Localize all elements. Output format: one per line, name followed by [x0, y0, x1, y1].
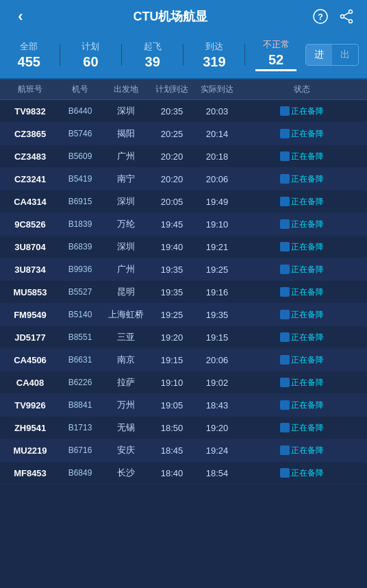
table-row[interactable]: CZ3865 B5746 揭阳 20:25 20:14 正在备降: [0, 123, 367, 145]
stat-plan[interactable]: 计划 60: [70, 40, 111, 70]
flight-number: MU2219: [3, 445, 58, 456]
flight-number: CA4506: [3, 355, 58, 365]
flight-number: TV9926: [3, 400, 58, 411]
table-row[interactable]: CA408 B6226 拉萨 19:10 19:02 正在备降: [0, 371, 367, 394]
toggle-in[interactable]: 进: [306, 45, 332, 65]
status-text: 正在备降: [291, 377, 324, 389]
scheduled-time: 19:10: [149, 378, 194, 388]
plane-number: B5419: [58, 174, 103, 184]
table-row[interactable]: JD5177 B8551 三亚 19:20 19:15 正在备降: [0, 326, 367, 349]
actual-time: 20:03: [194, 106, 240, 117]
origin-city: 无锡: [103, 421, 149, 434]
status-icon: [280, 265, 290, 274]
svg-line-5: [344, 12, 349, 15]
share-button[interactable]: [337, 7, 356, 26]
toggle-out[interactable]: 出: [332, 45, 358, 65]
status-cell: 正在备降: [240, 241, 364, 253]
flight-number: JD5177: [3, 332, 58, 343]
actual-time: 19:02: [194, 378, 240, 388]
status-text: 正在备降: [291, 422, 324, 434]
status-text: 正在备降: [291, 241, 324, 253]
table-row[interactable]: MU5853 B5527 昆明 19:35 19:16 正在备降: [0, 281, 367, 304]
plane-number: B6716: [58, 445, 103, 455]
flight-number: MU5853: [3, 287, 58, 297]
table-row[interactable]: 3U8734 B9936 广州 19:35 19:25 正在备降: [0, 258, 367, 281]
header: ‹ CTU机场航显 ?: [0, 0, 367, 33]
scheduled-time: 19:15: [149, 355, 194, 365]
status-text: 正在备降: [291, 128, 324, 140]
status-cell: 正在备降: [240, 354, 364, 366]
status-text: 正在备降: [291, 445, 324, 456]
status-icon: [280, 445, 290, 455]
actual-time: 19:20: [194, 423, 240, 433]
stat-all[interactable]: 全部 455: [8, 40, 49, 70]
plane-number: B1713: [58, 423, 103, 432]
stat-all-label: 全部: [20, 40, 38, 53]
stat-arrive-label: 到达: [205, 40, 223, 53]
flight-number: CZ3241: [3, 174, 58, 184]
status-cell: 正在备降: [240, 400, 364, 411]
table-row[interactable]: CZ3483 B5609 广州 20:20 20:18 正在备降: [0, 145, 367, 168]
table-row[interactable]: 9C8526 B1839 万纶 19:45 19:10 正在备降: [0, 213, 367, 236]
scheduled-time: 20:20: [149, 151, 194, 162]
table-row[interactable]: FM9549 B5140 上海虹桥 19:25 19:35 正在备降: [0, 304, 367, 326]
status-text: 正在备降: [291, 467, 324, 479]
table-row[interactable]: ZH9541 B1713 无锡 18:50 19:20 正在备降: [0, 417, 367, 439]
table-row[interactable]: 3U8704 B6839 深圳 19:40 19:21 正在备降: [0, 236, 367, 258]
scheduled-time: 19:25: [149, 310, 194, 320]
scheduled-time: 19:45: [149, 219, 194, 230]
stat-depart-label: 起飞: [144, 40, 162, 53]
status-cell: 正在备降: [240, 445, 364, 456]
status-cell: 正在备降: [240, 422, 364, 434]
back-button[interactable]: ‹: [11, 7, 30, 26]
scheduled-time: 19:05: [149, 400, 194, 411]
status-text: 正在备降: [291, 173, 324, 185]
origin-city: 南京: [103, 354, 149, 366]
stat-depart-value: 39: [145, 54, 160, 70]
table-row[interactable]: MU2219 B6716 安庆 18:45 19:24 正在备降: [0, 439, 367, 462]
status-icon: [280, 106, 290, 116]
status-cell: 正在备降: [240, 377, 364, 389]
status-text: 正在备降: [291, 309, 324, 321]
plane-number: B8551: [58, 332, 103, 342]
table-row[interactable]: TV9832 B6440 深圳 20:35 20:03 正在备降: [0, 100, 367, 123]
plane-number: B6631: [58, 355, 103, 365]
divider: [60, 44, 60, 66]
origin-city: 上海虹桥: [103, 308, 149, 321]
stat-arrive[interactable]: 到达 319: [194, 40, 235, 70]
scheduled-time: 20:05: [149, 197, 194, 207]
flight-number: TV9832: [3, 106, 58, 117]
status-text: 正在备降: [291, 219, 324, 230]
status-icon: [280, 219, 290, 229]
status-text: 正在备降: [291, 151, 324, 162]
stat-plan-label: 计划: [81, 40, 99, 53]
actual-time: 19:25: [194, 265, 240, 275]
table-row[interactable]: CZ3241 B5419 南宁 20:20 20:06 正在备降: [0, 168, 367, 191]
actual-time: 19:49: [194, 197, 240, 207]
origin-city: 长沙: [103, 467, 149, 479]
status-cell: 正在备降: [240, 309, 364, 321]
status-icon: [280, 355, 290, 365]
status-icon: [280, 378, 290, 387]
stat-depart[interactable]: 起飞 39: [132, 40, 173, 70]
table-row[interactable]: MF8453 B6849 长沙 18:40 18:54 正在备降: [0, 462, 367, 485]
actual-time: 20:06: [194, 174, 240, 184]
stat-arrive-value: 319: [203, 54, 225, 70]
actual-time: 18:54: [194, 468, 240, 478]
table-row[interactable]: CA4506 B6631 南京 19:15 20:06 正在备降: [0, 349, 367, 371]
status-cell: 正在备降: [240, 196, 364, 208]
plane-number: B9936: [58, 265, 103, 274]
table-row[interactable]: CA4314 B6915 深圳 20:05 19:49 正在备降: [0, 191, 367, 213]
status-cell: 正在备降: [240, 467, 364, 479]
inout-toggle[interactable]: 进 出: [305, 44, 359, 66]
flight-number: FM9549: [3, 310, 58, 320]
status-icon: [280, 197, 290, 206]
actual-time: 19:24: [194, 445, 240, 456]
table-row[interactable]: TV9926 B8841 万州 19:05 18:43 正在备降: [0, 394, 367, 417]
stat-abnormal[interactable]: 不正常 52: [255, 38, 296, 71]
plane-number: B6849: [58, 468, 103, 478]
col-origin: 出发地: [103, 84, 149, 95]
help-button[interactable]: ?: [311, 7, 330, 26]
status-icon: [280, 129, 290, 138]
origin-city: 广州: [103, 150, 149, 162]
